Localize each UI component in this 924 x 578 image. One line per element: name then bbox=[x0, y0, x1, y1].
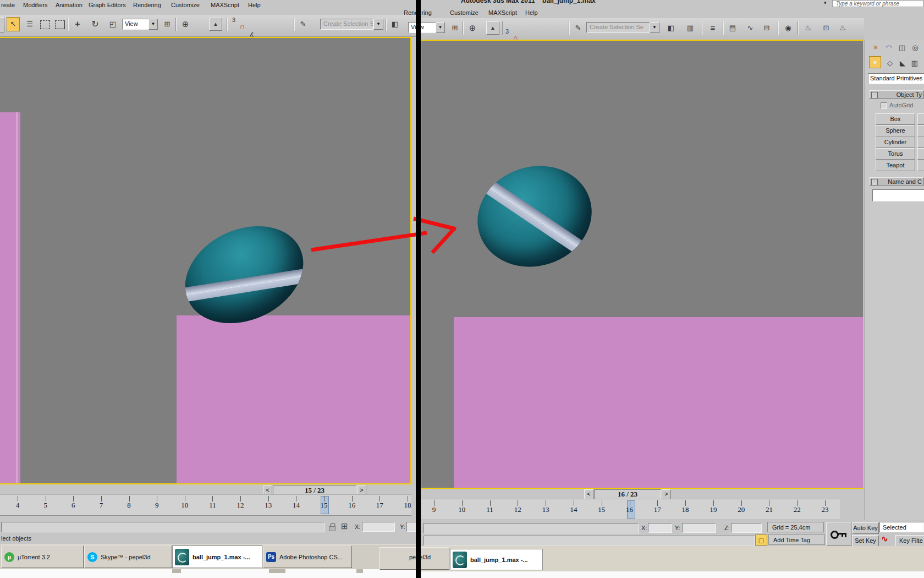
z-coordinate-field-right[interactable] bbox=[731, 523, 762, 533]
named-selection-sets-icon[interactable]: ✎ bbox=[296, 17, 310, 31]
ball-object-right[interactable] bbox=[464, 151, 604, 281]
taskbar-utorrent[interactable]: µ µTorrent 3.2 bbox=[1, 546, 84, 568]
menu-graph-editors[interactable]: Graph Editors bbox=[89, 0, 126, 10]
select-rotate-icon[interactable]: ↻ bbox=[89, 17, 102, 31]
set-key-button[interactable]: Set Key bbox=[852, 535, 879, 547]
chevron-down-icon[interactable]: ▼ bbox=[650, 22, 659, 33]
gizmo-toggle-icon[interactable]: ⊕ bbox=[179, 17, 192, 31]
object-name-field[interactable] bbox=[872, 189, 924, 201]
select-manipulate-icon[interactable]: ⊞ bbox=[161, 17, 174, 31]
primitive-button-cut[interactable] bbox=[917, 160, 924, 171]
category-lights-icon[interactable]: ◣ bbox=[896, 56, 909, 70]
reference-coordinate-dropdown[interactable]: View bbox=[122, 19, 151, 30]
taskbar-skype[interactable]: S Skype™ - pepel3d bbox=[84, 546, 172, 568]
name-color-rollout[interactable]: - Name and C bbox=[869, 177, 924, 186]
primitive-button-cut[interactable] bbox=[917, 148, 924, 160]
rectangular-selection-icon[interactable] bbox=[38, 17, 52, 31]
teapot-button[interactable]: Teapot bbox=[876, 160, 915, 171]
right-viewport[interactable] bbox=[421, 40, 864, 489]
menu-help[interactable]: Help bbox=[248, 0, 261, 10]
sphere-button[interactable]: Sphere bbox=[876, 125, 915, 137]
frame-counter-right[interactable]: 16 / 23 bbox=[594, 489, 661, 499]
gizmo-toggle-icon[interactable]: ⊕ bbox=[466, 21, 479, 35]
menu-maxscript-right[interactable]: MAXScript bbox=[488, 8, 517, 18]
right-titlebar[interactable]: Autodesk 3ds Max 2011 ball_jump_1.max bbox=[421, 0, 832, 5]
category-shapes-icon[interactable]: ◇ bbox=[883, 56, 897, 70]
right-timeline-ruler[interactable]: 91011121314151617181920212223 bbox=[421, 499, 840, 520]
auto-key-button[interactable]: Auto Key bbox=[852, 522, 879, 534]
menu-animation[interactable]: Animation bbox=[56, 0, 82, 10]
select-move-icon[interactable]: + bbox=[71, 17, 84, 31]
tab-hierarchy-icon[interactable]: ◫ bbox=[895, 41, 909, 55]
absolute-offset-toggle-icon[interactable]: ▢ bbox=[755, 535, 767, 546]
autogrid-checkbox[interactable] bbox=[881, 102, 887, 109]
category-geometry-icon[interactable]: ● bbox=[869, 56, 881, 68]
lock-selection-icon[interactable] bbox=[329, 523, 336, 531]
cylinder-button[interactable]: Cylinder bbox=[876, 137, 915, 148]
primitive-button-cut[interactable] bbox=[917, 125, 924, 137]
left-timeline-ruler[interactable]: 456789101112131415161718 bbox=[0, 494, 411, 516]
box-button[interactable]: Box bbox=[876, 113, 915, 125]
select-object-icon[interactable]: ↖ bbox=[7, 17, 20, 31]
selection-set-dropdown[interactable]: Selected bbox=[879, 522, 924, 532]
tab-create-icon[interactable]: ✶ bbox=[869, 41, 882, 55]
menu-create[interactable]: reate bbox=[1, 0, 15, 10]
select-scale-icon[interactable]: ◰ bbox=[106, 17, 119, 31]
default-tangent-icon[interactable]: ∿ bbox=[881, 534, 888, 544]
set-key-mode-button[interactable] bbox=[826, 522, 851, 546]
taskbar-photoshop[interactable]: Ps Adobe Photoshop CS... bbox=[263, 546, 352, 568]
window-crossing-icon[interactable] bbox=[53, 17, 67, 31]
mirror-icon[interactable]: ◧ bbox=[664, 21, 678, 35]
menu-customize-right[interactable]: Customize bbox=[450, 8, 479, 18]
next-frame-button-right[interactable]: > bbox=[662, 489, 671, 499]
taskbar-3dsmax-right[interactable]: ball_jump_1.max -... bbox=[450, 549, 543, 570]
y-coordinate-field-right[interactable] bbox=[682, 523, 716, 533]
primitive-button-cut[interactable] bbox=[917, 137, 924, 148]
layer-manager-icon[interactable]: ≡ bbox=[706, 21, 719, 35]
infocenter-arrow-icon[interactable]: ▾ bbox=[824, 0, 827, 6]
prev-frame-button-right[interactable]: < bbox=[584, 489, 593, 499]
primitive-button-cut[interactable] bbox=[917, 113, 924, 125]
reference-coordinate-dropdown-right[interactable]: View bbox=[408, 22, 438, 33]
select-by-name-icon[interactable]: ☰ bbox=[23, 17, 36, 31]
keyboard-override-icon[interactable]: ▲ bbox=[209, 18, 222, 31]
cut-toolbar-button[interactable] bbox=[0, 17, 4, 32]
transform-gizmo-icon[interactable]: ⊞ bbox=[341, 521, 348, 531]
render-setup-icon[interactable]: ♨ bbox=[801, 21, 815, 35]
menu-rendering[interactable]: Rendering bbox=[133, 0, 161, 10]
taskbar-pepel3d[interactable]: pepel3d bbox=[380, 547, 449, 570]
mirror-icon[interactable]: ◧ bbox=[388, 17, 402, 31]
category-cameras-icon[interactable]: ▥ bbox=[908, 56, 921, 70]
key-filters-button[interactable]: Key Filte bbox=[895, 535, 924, 547]
torus-button[interactable]: Torus bbox=[876, 148, 915, 160]
infocenter-search-input[interactable]: Type a keyword or phrase bbox=[832, 0, 923, 7]
snap-toggle-3d-icon[interactable]: 3∩ bbox=[232, 17, 246, 31]
x-coordinate-field-right[interactable] bbox=[648, 523, 672, 533]
tab-motion-icon[interactable]: ◎ bbox=[909, 41, 922, 55]
chevron-down-icon[interactable]: ▼ bbox=[436, 22, 445, 33]
menu-customize[interactable]: Customize bbox=[171, 0, 200, 10]
schematic-view-icon[interactable]: ⊟ bbox=[760, 21, 773, 35]
keyboard-override-icon[interactable]: ▲ bbox=[486, 21, 499, 35]
menu-modifiers[interactable]: Modifiers bbox=[23, 0, 48, 10]
select-manipulate-icon[interactable]: ⊞ bbox=[448, 21, 461, 35]
create-selection-set-field[interactable]: Create Selection Se bbox=[320, 19, 373, 30]
material-editor-icon[interactable]: ◉ bbox=[782, 21, 795, 35]
create-selection-set-field-right[interactable]: Create Selection Se bbox=[586, 22, 651, 33]
rendered-frame-window-icon[interactable]: ⊡ bbox=[820, 21, 833, 35]
x-coordinate-field[interactable] bbox=[362, 522, 395, 532]
object-type-rollout[interactable]: - Object Ty bbox=[869, 90, 924, 99]
chevron-down-icon[interactable]: ▼ bbox=[148, 19, 158, 30]
tab-modify-icon[interactable]: ◠ bbox=[882, 41, 895, 55]
curve-editor-icon[interactable]: ∿ bbox=[744, 21, 757, 35]
menu-maxscript[interactable]: MAXScript bbox=[211, 0, 239, 10]
primitive-category-dropdown[interactable]: Standard Primitives bbox=[868, 73, 924, 84]
render-production-icon[interactable]: ♨ bbox=[836, 21, 849, 35]
chevron-down-icon[interactable]: ▼ bbox=[373, 19, 383, 30]
graphite-ribbon-icon[interactable]: ▤ bbox=[726, 21, 739, 35]
add-time-tag[interactable]: Add Time Tag bbox=[768, 535, 825, 545]
align-icon[interactable]: ▥ bbox=[684, 21, 697, 35]
menu-help-right[interactable]: Help bbox=[525, 8, 538, 18]
named-selection-sets-icon[interactable]: ✎ bbox=[571, 21, 585, 35]
taskbar-3dsmax-left[interactable]: ball_jump_1.max -... bbox=[172, 546, 262, 568]
